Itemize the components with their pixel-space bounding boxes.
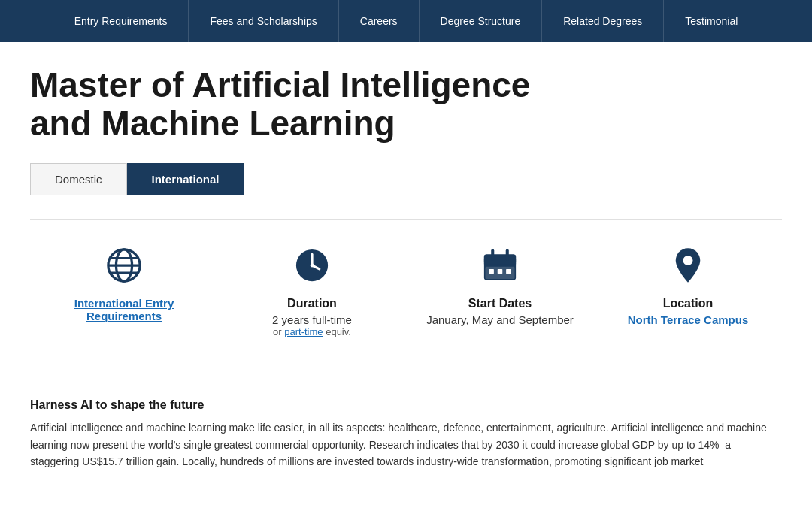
clock-icon bbox=[289, 243, 335, 288]
nav-item-testimonial[interactable]: Testimonial bbox=[664, 0, 759, 42]
svg-rect-17 bbox=[498, 269, 503, 274]
description-section: Harness AI to shape the future Artificia… bbox=[0, 383, 812, 485]
nav-item-fees-scholarships[interactable]: Fees and Scholarships bbox=[189, 0, 338, 42]
info-card-duration: Duration 2 years full-time or part-time … bbox=[218, 228, 406, 345]
page-title: Master of Artificial Intelligence and Ma… bbox=[30, 66, 571, 142]
nav-item-degree-structure[interactable]: Degree Structure bbox=[420, 0, 543, 42]
location-pin-icon bbox=[665, 243, 710, 288]
svg-rect-16 bbox=[489, 269, 494, 274]
start-dates-value: January, May and September bbox=[426, 313, 574, 326]
calendar-icon bbox=[477, 243, 523, 288]
duration-value: 2 years full-time bbox=[272, 313, 352, 326]
duration-sub: or part-time equiv. bbox=[273, 326, 351, 337]
hero-section: Master of Artificial Intelligence and Ma… bbox=[0, 42, 812, 383]
part-time-link[interactable]: part-time bbox=[284, 326, 323, 337]
svg-point-19 bbox=[683, 256, 693, 265]
tab-domestic[interactable]: Domestic bbox=[30, 163, 127, 195]
svg-rect-18 bbox=[506, 269, 511, 274]
info-card-start-dates: Start Dates January, May and September bbox=[406, 228, 594, 345]
location-link[interactable]: North Terrace Campus bbox=[628, 313, 749, 326]
location-label: Location bbox=[663, 297, 714, 310]
info-card-entry: International Entry Requirements bbox=[30, 228, 218, 345]
svg-point-9 bbox=[311, 264, 314, 268]
start-dates-label: Start Dates bbox=[468, 297, 532, 310]
tab-international[interactable]: International bbox=[127, 163, 244, 195]
description-body: Artificial intelligence and machine lear… bbox=[30, 419, 782, 470]
svg-rect-12 bbox=[484, 259, 516, 265]
entry-requirements-link[interactable]: International Entry Requirements bbox=[45, 297, 203, 322]
nav-item-related-degrees[interactable]: Related Degrees bbox=[542, 0, 664, 42]
main-nav: Entry Requirements Fees and Scholarships… bbox=[0, 0, 812, 42]
nav-item-careers[interactable]: Careers bbox=[339, 0, 420, 42]
nav-item-entry-requirements[interactable]: Entry Requirements bbox=[53, 0, 189, 42]
info-cards-row: International Entry Requirements Duratio… bbox=[30, 219, 782, 367]
audience-tabs: Domestic International bbox=[30, 163, 782, 195]
globe-icon bbox=[102, 243, 147, 288]
description-heading: Harness AI to shape the future bbox=[30, 398, 782, 412]
duration-label: Duration bbox=[287, 297, 337, 310]
info-card-location: Location North Terrace Campus bbox=[594, 228, 782, 345]
